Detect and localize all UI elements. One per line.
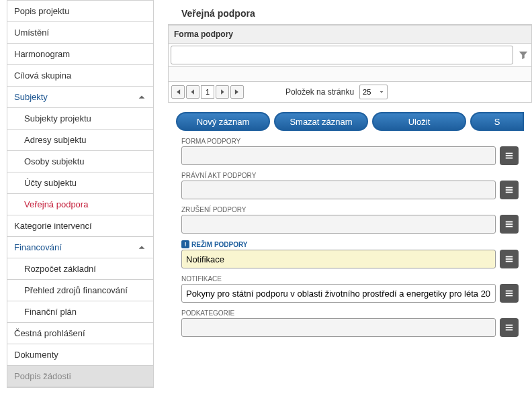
sidebar-item-financovani[interactable]: Financování (7, 237, 153, 258)
podkategorie-input[interactable] (181, 318, 496, 337)
sidebar-item-financni-plan[interactable]: Finanční plán (7, 301, 153, 323)
sidebar-item-label: Finanční plán (24, 307, 77, 317)
sidebar-item-dokumenty[interactable]: Dokumenty (7, 344, 153, 366)
sidebar-item-label: Veřejná podpora (24, 199, 88, 209)
notifikace-input[interactable] (181, 284, 496, 303)
form-label: PODKATEGORIE (181, 309, 519, 317)
form-label: NOTIFIKACE (181, 275, 519, 283)
svg-rect-3 (506, 187, 513, 189)
sidebar-item-cestna[interactable]: Čestná prohlášení (7, 323, 153, 344)
svg-rect-10 (506, 258, 513, 260)
sidebar-item-label: Financování (14, 242, 62, 252)
sidebar-item-kategorie[interactable]: Kategorie intervencí (7, 215, 153, 237)
rezim-input[interactable] (181, 250, 496, 268)
table-pager: Položek na stránku 25 (168, 82, 532, 103)
svg-rect-11 (506, 261, 513, 262)
sidebar-item-subjekty-projektu[interactable]: Subjekty projektu (7, 108, 153, 130)
svg-rect-8 (506, 226, 513, 228)
sidebar-item-ucty[interactable]: Účty subjektu (7, 172, 153, 194)
sidebar-item-label: Rozpočet základní (24, 264, 96, 274)
form-label: PRÁVNÍ AKT PODPORY (181, 172, 519, 179)
svg-rect-15 (506, 325, 513, 326)
sidebar-item-label: Kategorie intervencí (14, 221, 92, 231)
svg-rect-6 (506, 221, 513, 223)
sidebar-item-label: Přehled zdrojů financování (24, 285, 128, 295)
podkategorie-picker[interactable] (500, 318, 519, 337)
forma-podpory-input[interactable] (181, 146, 496, 165)
form-group-forma-podpory: FORMA PODPORY (181, 138, 519, 165)
svg-rect-5 (506, 192, 513, 193)
form-group-pravni-akt: PRÁVNÍ AKT PODPORY (181, 172, 519, 199)
pravni-akt-picker[interactable] (500, 181, 519, 199)
sidebar: Popis projektu Umístění Harmonogram Cílo… (7, 0, 154, 388)
pager-first-button[interactable] (171, 85, 185, 99)
sidebar-item-label: Subjekty (14, 92, 48, 102)
sidebar-item-adresy[interactable]: Adresy subjektu (7, 130, 153, 151)
sidebar-item-cilova[interactable]: Cílová skupina (7, 65, 153, 87)
form-group-zruseni: ZRUŠENÍ PODPORY (181, 206, 519, 234)
svg-rect-13 (506, 293, 513, 294)
pager-perpage-select[interactable]: 25 (359, 85, 388, 99)
sidebar-item-label: Umístění (14, 28, 49, 38)
pager-last-button[interactable] (230, 85, 244, 99)
sidebar-item-label: Popis projektu (14, 6, 69, 16)
svg-rect-7 (506, 223, 513, 225)
sidebar-item-verejna-podpora[interactable]: Veřejná podpora (7, 194, 153, 215)
sidebar-item-label: Účty subjektu (24, 178, 77, 188)
sidebar-item-subjekty[interactable]: Subjekty (7, 87, 153, 108)
button-bar: Nový záznam Smazat záznam Uložit S (176, 112, 524, 131)
form-label: ZRUŠENÍ PODPORY (181, 206, 519, 213)
pager-perpage-value: 25 (363, 88, 371, 96)
form-label-required: ! REŽIM PODPORY (181, 240, 519, 248)
sidebar-item-prehled[interactable]: Přehled zdrojů financování (7, 280, 153, 301)
sidebar-item-popis[interactable]: Popis projektu (7, 1, 153, 22)
table-column-header[interactable]: Forma podpory (168, 25, 532, 44)
partial-button[interactable]: S (470, 112, 524, 131)
table-filter-row (168, 44, 532, 67)
sidebar-item-label: Osoby subjektu (24, 156, 85, 166)
svg-rect-14 (506, 295, 513, 297)
sidebar-item-rozpocet[interactable]: Rozpočet základní (7, 258, 153, 280)
data-table: Forma podpory Položek na stránku 25 (168, 24, 532, 103)
svg-rect-16 (506, 327, 513, 328)
sidebar-item-label: Subjekty projektu (24, 113, 91, 123)
sidebar-item-label: Čestná prohlášení (14, 328, 85, 338)
chevron-up-icon (137, 243, 146, 252)
svg-rect-0 (506, 153, 513, 154)
forma-podpory-picker[interactable] (500, 146, 519, 165)
rezim-picker[interactable] (500, 250, 519, 268)
sidebar-item-label: Harmonogram (14, 49, 70, 59)
required-icon: ! (181, 240, 189, 248)
svg-rect-4 (506, 189, 513, 191)
sidebar-item-harmonogram[interactable]: Harmonogram (7, 44, 153, 65)
pager-page-input[interactable] (201, 85, 214, 99)
table-empty-row (168, 67, 532, 82)
pager-prev-button[interactable] (186, 85, 200, 99)
sidebar-item-osoby[interactable]: Osoby subjektu (7, 151, 153, 172)
delete-record-button[interactable]: Smazat záznam (274, 112, 368, 131)
sidebar-item-label: Cílová skupina (14, 70, 71, 81)
svg-rect-9 (506, 256, 513, 258)
sidebar-item-podpis: Podpis žádosti (7, 366, 153, 387)
save-button[interactable]: Uložit (372, 112, 466, 131)
filter-input-forma[interactable] (171, 46, 513, 64)
form-group-podkategorie: PODKATEGORIE (181, 309, 519, 337)
sidebar-item-umisteni[interactable]: Umístění (7, 22, 153, 44)
sidebar-item-label: Dokumenty (14, 350, 58, 360)
sidebar-item-label: Podpis žádosti (14, 371, 71, 381)
chevron-up-icon (137, 93, 146, 102)
main-content: Veřejná podpora Forma podpory Položek na… (168, 0, 532, 400)
new-record-button[interactable]: Nový záznam (176, 112, 270, 131)
filter-icon[interactable] (515, 46, 531, 64)
notifikace-picker[interactable] (500, 284, 519, 303)
section-title: Veřejná podpora (168, 0, 532, 24)
form-label-text: REŽIM PODPORY (191, 241, 248, 248)
svg-rect-1 (506, 155, 513, 156)
svg-rect-12 (506, 291, 513, 292)
pager-next-button[interactable] (216, 85, 229, 99)
form-group-rezim: ! REŽIM PODPORY (181, 240, 519, 268)
pravni-akt-input[interactable] (181, 181, 496, 199)
zruseni-input[interactable] (181, 215, 496, 234)
zruseni-picker[interactable] (500, 215, 519, 234)
form-group-notifikace: NOTIFIKACE (181, 275, 519, 303)
